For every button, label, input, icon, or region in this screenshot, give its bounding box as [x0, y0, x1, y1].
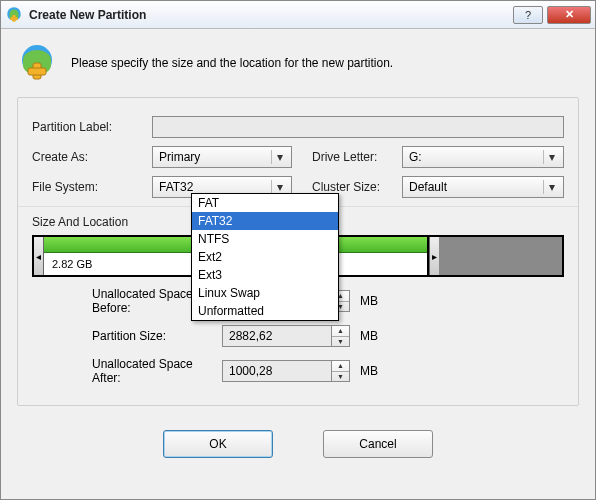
fs-option[interactable]: NTFS — [192, 230, 338, 248]
intro-text: Please specify the size and the location… — [71, 56, 393, 70]
resize-handle-right[interactable]: ▸ — [429, 237, 439, 275]
create-as-label: Create As: — [32, 150, 152, 164]
unit-label: MB — [360, 329, 378, 343]
titlebar: Create New Partition ? ✕ — [1, 1, 595, 29]
drive-letter-label: Drive Letter: — [312, 150, 402, 164]
drive-letter-combo[interactable]: G: ▾ — [402, 146, 564, 168]
unit-label: MB — [360, 294, 378, 308]
fs-option[interactable]: Ext2 — [192, 248, 338, 266]
spinner-down-icon[interactable]: ▼ — [332, 372, 349, 382]
partition-size-spinner[interactable]: 2882,62 ▲▼ — [222, 325, 350, 347]
create-as-combo[interactable]: Primary ▾ — [152, 146, 292, 168]
chevron-down-icon: ▾ — [543, 180, 559, 194]
fs-option[interactable]: Unformatted — [192, 302, 338, 320]
button-row: OK Cancel — [17, 416, 579, 462]
chevron-down-icon: ▾ — [271, 180, 287, 194]
spinner-up-icon[interactable]: ▲ — [332, 361, 349, 372]
cancel-button[interactable]: Cancel — [323, 430, 433, 458]
space-after-label: Unallocated Space After: — [32, 357, 222, 385]
resize-handle-left[interactable]: ◂ — [34, 237, 44, 275]
help-button[interactable]: ? — [513, 6, 543, 24]
file-system-dropdown[interactable]: FATFAT32NTFSExt2Ext3Linux SwapUnformatte… — [191, 193, 339, 321]
file-system-label: File System: — [32, 180, 152, 194]
ok-button[interactable]: OK — [163, 430, 273, 458]
app-icon — [5, 6, 23, 24]
space-after-spinner[interactable]: 1000,28 ▲▼ — [222, 360, 350, 382]
svg-rect-5 — [28, 68, 46, 75]
fs-option[interactable]: FAT — [192, 194, 338, 212]
unallocated-segment — [439, 237, 562, 275]
dialog-window: Create New Partition ? ✕ Please specify … — [0, 0, 596, 500]
header-row: Please specify the size and the location… — [17, 37, 579, 97]
cluster-size-combo[interactable]: Default ▾ — [402, 176, 564, 198]
spinner-up-icon[interactable]: ▲ — [332, 326, 349, 337]
fs-option[interactable]: FAT32 — [192, 212, 338, 230]
svg-rect-2 — [10, 17, 18, 20]
window-title: Create New Partition — [29, 8, 509, 22]
partition-size-label: Partition Size: — [32, 329, 222, 343]
spinner-down-icon[interactable]: ▼ — [332, 337, 349, 347]
chevron-down-icon: ▾ — [271, 150, 287, 164]
cluster-size-label: Cluster Size: — [312, 180, 402, 194]
fs-option[interactable]: Ext3 — [192, 266, 338, 284]
chevron-down-icon: ▾ — [543, 150, 559, 164]
unit-label: MB — [360, 364, 378, 378]
fs-option[interactable]: Linux Swap — [192, 284, 338, 302]
partition-label-input[interactable] — [152, 116, 564, 138]
partition-icon — [17, 43, 57, 83]
close-button[interactable]: ✕ — [547, 6, 591, 24]
partition-label-label: Partition Label: — [32, 120, 152, 134]
